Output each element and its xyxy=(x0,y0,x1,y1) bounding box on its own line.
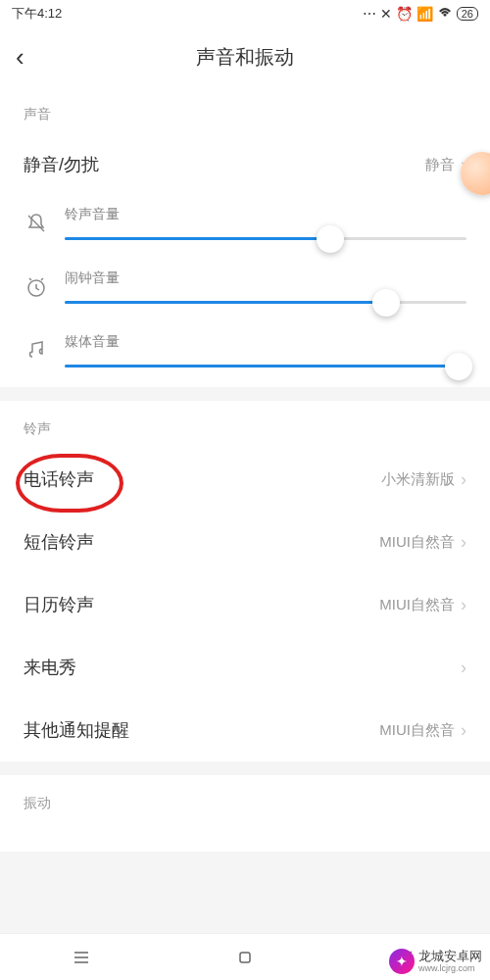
callshow-value: › xyxy=(461,658,466,678)
section-ringtone-title: 铃声 xyxy=(0,401,490,448)
section-vibration-title: 振动 xyxy=(0,775,490,822)
row-sms-ringtone[interactable]: 短信铃声 MIUI自然音 › xyxy=(0,511,490,573)
other-value: MIUI自然音 › xyxy=(379,720,466,741)
row-phone-ringtone[interactable]: 电话铃声 小米清新版 › xyxy=(0,448,490,511)
bell-off-icon xyxy=(24,211,49,236)
chevron-right-icon: › xyxy=(461,595,466,615)
other-label: 其他通知提醒 xyxy=(24,718,129,742)
watermark-text: 龙城安卓网 xyxy=(418,950,482,963)
calendar-ringtone-label: 日历铃声 xyxy=(24,593,94,616)
chevron-right-icon: › xyxy=(461,469,466,490)
calendar-ringtone-value: MIUI自然音 › xyxy=(379,595,466,615)
alarm-icon: ⏰ xyxy=(396,6,413,22)
row-callshow[interactable]: 来电秀 › xyxy=(0,636,490,699)
music-icon xyxy=(24,338,49,364)
slider-alarm-track[interactable] xyxy=(65,301,466,304)
sms-ringtone-value: MIUI自然音 › xyxy=(379,532,466,553)
slider-media-track[interactable] xyxy=(65,365,466,368)
callshow-label: 来电秀 xyxy=(24,656,76,679)
watermark-logo-icon: ✦ xyxy=(389,949,415,974)
slider-media-label: 媒体音量 xyxy=(65,333,466,351)
slider-ringtone-track[interactable] xyxy=(65,237,466,240)
sms-ringtone-label: 短信铃声 xyxy=(24,530,94,554)
battery-icon: 26 xyxy=(457,7,478,21)
status-bar: 下午4:12 ⋯ ✕ ⏰ 📶 26 xyxy=(0,0,490,27)
status-icons: ⋯ ✕ ⏰ 📶 26 xyxy=(363,6,478,22)
row-other-notification[interactable]: 其他通知提醒 MIUI自然音 › xyxy=(0,699,490,761)
section-sound-title: 声音 xyxy=(0,86,490,133)
phone-ringtone-label: 电话铃声 xyxy=(24,467,94,491)
signal-icon: 📶 xyxy=(416,6,433,22)
slider-ringtone-label: 铃声音量 xyxy=(65,206,466,223)
svg-rect-2 xyxy=(240,953,250,962)
clock-icon xyxy=(24,274,49,300)
page-title: 声音和振动 xyxy=(196,44,294,71)
back-button[interactable]: ‹ xyxy=(16,42,45,73)
row-silent-dnd[interactable]: 静音/勿扰 静音 › xyxy=(0,133,490,196)
slider-alarm-label: 闹钟音量 xyxy=(65,270,466,287)
phone-ringtone-value: 小米清新版 › xyxy=(381,469,466,490)
watermark-url: www.lcjrg.com xyxy=(418,963,482,973)
wifi-icon xyxy=(437,6,453,22)
slider-media[interactable]: 媒体音量 xyxy=(0,323,490,387)
chevron-right-icon: › xyxy=(461,720,466,741)
dnd-icon: ✕ xyxy=(380,6,392,22)
dots-icon: ⋯ xyxy=(363,6,376,22)
watermark: ✦ 龙城安卓网 www.lcjrg.com xyxy=(389,949,482,974)
status-time: 下午4:12 xyxy=(12,5,62,23)
slider-alarm[interactable]: 闹钟音量 xyxy=(0,260,490,323)
header: ‹ 声音和振动 xyxy=(0,27,490,86)
slider-thumb[interactable] xyxy=(317,225,344,253)
slider-thumb[interactable] xyxy=(372,289,400,317)
row-calendar-ringtone[interactable]: 日历铃声 MIUI自然音 › xyxy=(0,573,490,636)
nav-menu-icon[interactable] xyxy=(72,948,91,967)
silent-label: 静音/勿扰 xyxy=(24,153,99,176)
slider-ringtone[interactable]: 铃声音量 xyxy=(0,196,490,260)
slider-thumb[interactable] xyxy=(445,353,472,380)
nav-home-icon[interactable] xyxy=(235,948,255,967)
chevron-right-icon: › xyxy=(461,658,466,678)
chevron-right-icon: › xyxy=(461,532,466,553)
